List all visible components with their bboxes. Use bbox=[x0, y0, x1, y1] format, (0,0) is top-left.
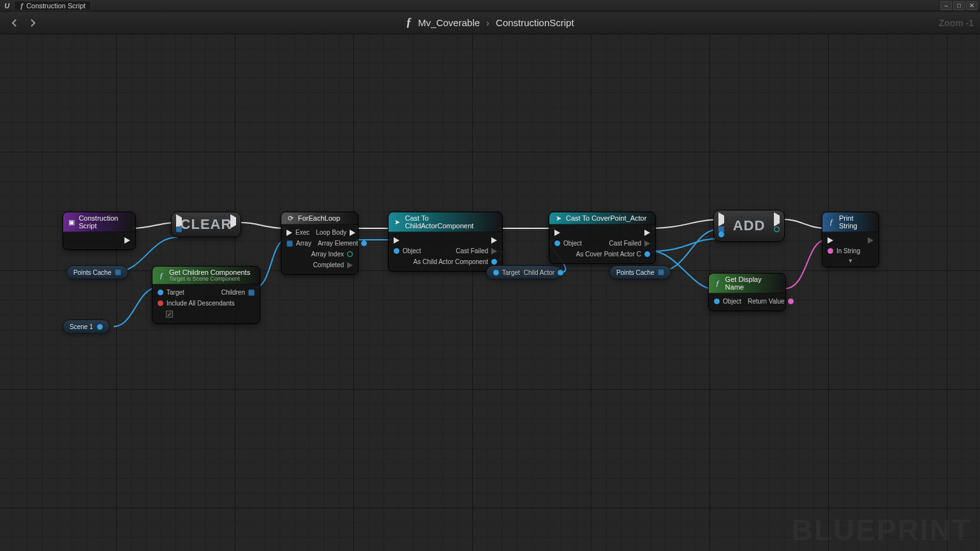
pin-out[interactable] bbox=[658, 269, 664, 276]
blueprint-watermark: BLUEPRINT bbox=[792, 513, 971, 547]
node-title: ForEachLoop bbox=[298, 214, 340, 222]
var-label: Scene 1 bbox=[70, 323, 93, 330]
pin-as-output[interactable]: As Cover Point Actor C bbox=[576, 251, 650, 258]
node-title: Cast To ChildActorComponent bbox=[405, 214, 497, 230]
pin-exec-in[interactable] bbox=[176, 217, 182, 225]
node-cast-coverpointactor[interactable]: ➤ Cast To CoverPoint_Actor Object Cast F… bbox=[549, 212, 656, 264]
title-bar: U ƒ Construction Script – □ ✕ bbox=[0, 0, 980, 11]
pin-item-in[interactable] bbox=[718, 231, 724, 237]
pin-completed[interactable]: Completed bbox=[313, 261, 353, 268]
pin-exec-out[interactable] bbox=[868, 237, 873, 244]
pin-loop-body[interactable]: Loop Body bbox=[316, 229, 355, 236]
chevron-right-icon: › bbox=[486, 17, 489, 28]
function-icon: ƒ bbox=[158, 272, 165, 279]
node-subtitle: Target is Scene Component bbox=[169, 276, 250, 282]
macro-icon: ⟳ bbox=[286, 214, 294, 222]
unreal-logo-icon: U bbox=[3, 1, 11, 10]
pin-out[interactable] bbox=[97, 324, 103, 330]
checkbox-include-descendants[interactable]: ✓ bbox=[166, 311, 173, 318]
node-title: Get Display Name bbox=[725, 276, 780, 291]
node-clear-array[interactable]: CLEAR bbox=[171, 212, 241, 237]
pin-exec-in[interactable] bbox=[394, 237, 399, 244]
node-title: Print String bbox=[839, 214, 873, 230]
pin-exec-out[interactable] bbox=[644, 230, 650, 236]
breadcrumb-function: ConstructionScript bbox=[496, 17, 574, 28]
function-icon: ƒ bbox=[20, 2, 24, 10]
blueprint-graph[interactable]: ▣ Construction Script CLEAR Points Cache… bbox=[0, 34, 980, 551]
pin-children[interactable]: Children bbox=[221, 289, 255, 296]
pin-array[interactable]: Array bbox=[286, 240, 311, 247]
tab-title: Construction Script bbox=[26, 2, 85, 10]
pin-exec-out[interactable] bbox=[230, 217, 236, 225]
pin-cast-failed[interactable]: Cast Failed bbox=[609, 240, 650, 247]
node-var-scene1[interactable]: Scene 1 bbox=[63, 320, 110, 334]
event-icon: ▣ bbox=[68, 218, 75, 226]
node-title: Cast To CoverPoint_Actor bbox=[566, 214, 646, 222]
breadcrumb-asset: Mv_Coverable bbox=[418, 17, 480, 28]
pin-target[interactable]: Target bbox=[493, 269, 520, 276]
pin-cast-failed[interactable]: Cast Failed bbox=[456, 247, 497, 254]
pin-exec-in[interactable] bbox=[828, 237, 833, 244]
pin-child-actor-out[interactable]: Child Actor bbox=[524, 269, 563, 276]
node-get-child-actor[interactable]: Target Child Actor bbox=[486, 265, 561, 279]
cast-icon: ➤ bbox=[394, 218, 401, 226]
pin-target[interactable]: Target bbox=[158, 289, 184, 296]
pin-as-output[interactable]: As Child Actor Component bbox=[413, 258, 497, 265]
node-var-points-cache-b[interactable]: Points Cache bbox=[609, 265, 671, 279]
nav-forward-button[interactable] bbox=[26, 15, 41, 31]
pin-exec-in[interactable]: Exec bbox=[286, 229, 309, 236]
pin-object[interactable]: Object bbox=[714, 298, 741, 305]
pin-index-out[interactable] bbox=[774, 226, 780, 232]
function-icon: ƒ bbox=[828, 218, 835, 226]
node-get-display-name[interactable]: ƒ Get Display Name Object Return Value bbox=[708, 273, 786, 311]
node-foreach-loop[interactable]: ⟳ ForEachLoop Exec Loop Body Array Array… bbox=[281, 212, 359, 275]
pin-array-in[interactable] bbox=[176, 226, 182, 232]
pin-exec-in[interactable] bbox=[718, 216, 724, 223]
node-label: CLEAR bbox=[181, 216, 232, 233]
wires-layer bbox=[0, 34, 980, 551]
var-label: Points Cache bbox=[73, 269, 111, 276]
expand-arrow-icon[interactable]: ▼ bbox=[848, 258, 854, 264]
pin-object[interactable]: Object bbox=[554, 240, 582, 247]
node-cast-childactorcomponent[interactable]: ➤ Cast To ChildActorComponent Object Cas… bbox=[388, 212, 503, 272]
minimize-button[interactable]: – bbox=[940, 1, 952, 10]
node-print-string[interactable]: ƒ Print String In String ▼ bbox=[822, 212, 879, 267]
node-get-children-components[interactable]: ƒ Get Children Components Target is Scen… bbox=[152, 266, 260, 324]
pin-return-value[interactable]: Return Value bbox=[748, 298, 794, 305]
node-title: Construction Script bbox=[78, 214, 130, 230]
pin-in-string[interactable]: In String bbox=[828, 247, 860, 254]
pin-exec-out[interactable] bbox=[491, 237, 497, 244]
editor-tab[interactable]: ƒ Construction Script bbox=[14, 1, 91, 11]
close-button[interactable]: ✕ bbox=[966, 1, 977, 10]
breadcrumb[interactable]: ƒ Mv_Coverable › ConstructionScript bbox=[406, 16, 574, 29]
function-icon: ƒ bbox=[714, 279, 722, 287]
maximize-button[interactable]: □ bbox=[953, 1, 965, 10]
node-var-points-cache[interactable]: Points Cache bbox=[66, 265, 128, 279]
pin-out[interactable] bbox=[115, 269, 121, 276]
pin-array-element[interactable]: Array Element bbox=[318, 240, 367, 247]
node-array-add[interactable]: ADD bbox=[713, 210, 785, 242]
var-label: Points Cache bbox=[616, 269, 654, 276]
pin-exec-out[interactable] bbox=[124, 237, 130, 244]
cast-icon: ➤ bbox=[554, 214, 562, 222]
pin-array-index[interactable]: Array Index bbox=[311, 251, 353, 258]
pin-include-descendants[interactable]: Include All Descendants bbox=[158, 300, 235, 307]
zoom-level: Zoom -1 bbox=[939, 18, 974, 28]
nav-bar: ƒ Mv_Coverable › ConstructionScript Zoom… bbox=[0, 11, 980, 34]
node-label: ADD bbox=[733, 217, 766, 234]
nav-back-button[interactable] bbox=[6, 15, 22, 31]
pin-exec-in[interactable] bbox=[554, 230, 560, 236]
function-icon: ƒ bbox=[406, 16, 412, 29]
pin-object[interactable]: Object bbox=[394, 247, 421, 254]
node-construction-script[interactable]: ▣ Construction Script bbox=[63, 212, 136, 250]
pin-exec-out[interactable] bbox=[774, 216, 780, 223]
